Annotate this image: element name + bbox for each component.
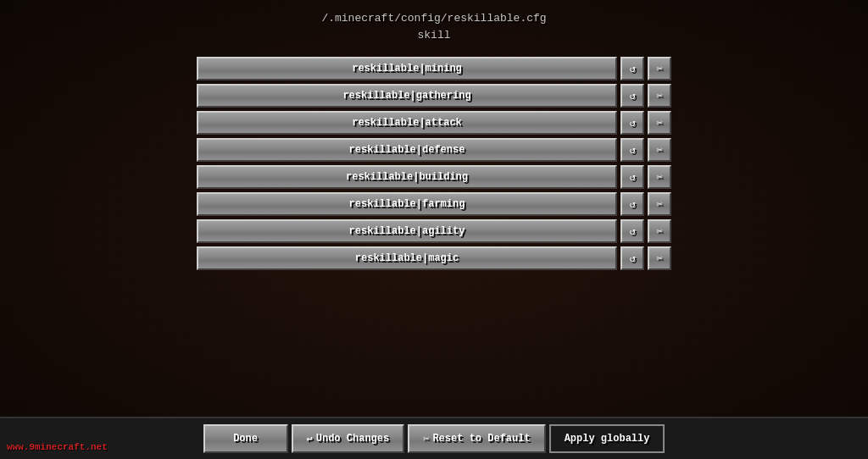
skill-row-attack: reskillable|attack↺✂ bbox=[197, 111, 671, 135]
scissors-icon-button-magic[interactable]: ✂ bbox=[648, 246, 671, 270]
skill-button-defense[interactable]: reskillable|defense bbox=[197, 138, 617, 162]
done-button[interactable]: Done bbox=[203, 424, 288, 453]
undo-icon: ↩ bbox=[307, 433, 313, 445]
apply-globally-label: Apply globally bbox=[565, 433, 650, 445]
reset-icon-button-building[interactable]: ↺ bbox=[620, 165, 644, 189]
reset-icon-button-attack[interactable]: ↺ bbox=[620, 111, 644, 135]
skill-row-farming: reskillable|farming↺✂ bbox=[197, 192, 671, 216]
scissors-icon-button-mining[interactable]: ✂ bbox=[648, 57, 671, 80]
reset-icon-button-mining[interactable]: ↺ bbox=[620, 57, 644, 80]
page-wrapper: /.minecraft/config/reskillable.cfg skill… bbox=[0, 0, 868, 459]
reset-icon: ✂ bbox=[423, 433, 429, 445]
skill-row-magic: reskillable|magic↺✂ bbox=[197, 246, 671, 270]
skill-row-defense: reskillable|defense↺✂ bbox=[197, 138, 671, 162]
reset-icon-button-magic[interactable]: ↺ bbox=[620, 246, 644, 270]
reset-to-default-label: Reset to Default bbox=[432, 433, 530, 445]
reset-icon-button-agility[interactable]: ↺ bbox=[620, 219, 644, 243]
skill-row-agility: reskillable|agility↺✂ bbox=[197, 219, 671, 243]
scissors-icon-button-building[interactable]: ✂ bbox=[648, 165, 671, 189]
header: /.minecraft/config/reskillable.cfg skill bbox=[321, 10, 546, 43]
apply-globally-button[interactable]: Apply globally bbox=[549, 424, 665, 453]
skill-button-gathering[interactable]: reskillable|gathering bbox=[197, 84, 617, 108]
skill-button-agility[interactable]: reskillable|agility bbox=[197, 219, 617, 243]
skill-button-building[interactable]: reskillable|building bbox=[197, 165, 617, 189]
scissors-icon-button-gathering[interactable]: ✂ bbox=[648, 84, 671, 108]
skill-button-magic[interactable]: reskillable|magic bbox=[197, 246, 617, 270]
skill-button-mining[interactable]: reskillable|mining bbox=[197, 57, 617, 80]
scissors-icon-button-agility[interactable]: ✂ bbox=[648, 219, 671, 243]
undo-changes-label: Undo Changes bbox=[316, 433, 389, 445]
skill-button-farming[interactable]: reskillable|farming bbox=[197, 192, 617, 216]
reset-icon-button-farming[interactable]: ↺ bbox=[620, 192, 644, 216]
skill-row-mining: reskillable|mining↺✂ bbox=[197, 57, 671, 80]
watermark: www.9minecraft.net bbox=[7, 442, 108, 452]
skill-button-attack[interactable]: reskillable|attack bbox=[197, 111, 617, 135]
reset-to-default-button[interactable]: ✂ Reset to Default bbox=[408, 424, 545, 453]
config-subtitle: skill bbox=[321, 27, 546, 44]
reset-icon-button-gathering[interactable]: ↺ bbox=[620, 84, 644, 108]
scissors-icon-button-farming[interactable]: ✂ bbox=[648, 192, 671, 216]
main-content: reskillable|mining↺✂reskillable|gatherin… bbox=[0, 43, 868, 417]
undo-changes-button[interactable]: ↩ Undo Changes bbox=[292, 424, 405, 453]
skill-row-building: reskillable|building↺✂ bbox=[197, 165, 671, 189]
skill-list: reskillable|mining↺✂reskillable|gatherin… bbox=[197, 57, 671, 270]
bottom-bar: Done ↩ Undo Changes ✂ Reset to Default A… bbox=[0, 417, 868, 459]
scissors-icon-button-defense[interactable]: ✂ bbox=[648, 138, 671, 162]
scissors-icon-button-attack[interactable]: ✂ bbox=[648, 111, 671, 135]
reset-icon-button-defense[interactable]: ↺ bbox=[620, 138, 644, 162]
config-path: /.minecraft/config/reskillable.cfg bbox=[321, 10, 546, 27]
skill-row-gathering: reskillable|gathering↺✂ bbox=[197, 84, 671, 108]
